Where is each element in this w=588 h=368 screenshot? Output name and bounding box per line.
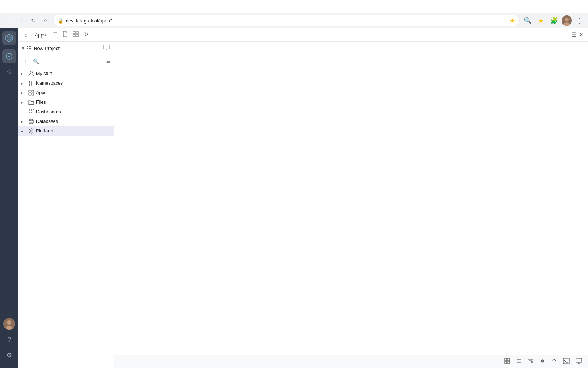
svg-rect-15 xyxy=(29,46,31,47)
svg-rect-38 xyxy=(508,361,510,364)
grid-view-bottom-btn[interactable] xyxy=(503,357,512,367)
svg-rect-18 xyxy=(104,45,110,49)
bookmark-button[interactable]: ★ xyxy=(535,15,547,26)
list-view-bottom-btn[interactable] xyxy=(514,357,523,367)
breadcrumb-separator: / xyxy=(31,32,33,38)
breadcrumb-right-actions: ☰ ✕ xyxy=(571,31,584,38)
monitor-bottom-btn[interactable] xyxy=(574,357,584,367)
grid-view-button[interactable] xyxy=(71,31,80,39)
terminal-bottom-btn[interactable] xyxy=(562,357,571,367)
tree-item-my-stuff[interactable]: ▸ My stuff xyxy=(18,69,114,78)
monitor-icon xyxy=(103,45,110,52)
svg-rect-50 xyxy=(563,358,569,364)
svg-text:{}: {} xyxy=(29,80,32,86)
svg-point-1 xyxy=(565,18,569,21)
bookmark-star-icon[interactable]: ★ xyxy=(510,17,515,24)
namespace-icon: {} xyxy=(28,80,35,86)
tab-bar xyxy=(0,0,588,13)
chevron-databases: ▸ xyxy=(21,120,26,124)
back-button[interactable]: ← xyxy=(3,15,13,26)
svg-rect-36 xyxy=(508,358,510,361)
home-button[interactable]: ⌂ xyxy=(40,15,51,26)
url-input[interactable] xyxy=(66,18,508,24)
chevron-apps: ▸ xyxy=(21,91,26,95)
sidebar-top: ☆ xyxy=(2,31,16,315)
up-button[interactable]: ↑ xyxy=(21,57,30,66)
forward-button[interactable]: → xyxy=(15,15,26,26)
hamburger-button[interactable]: ☰ xyxy=(571,31,577,38)
file-icon xyxy=(62,32,68,38)
folder-icon xyxy=(51,32,57,38)
grid-icon xyxy=(73,32,79,38)
svg-line-47 xyxy=(552,359,554,361)
svg-rect-10 xyxy=(73,32,75,34)
home-breadcrumb-button[interactable]: ⌂ xyxy=(23,31,29,39)
tree-container: ▸ My stuff ▸ xyxy=(18,67,114,368)
tree-item-dashboards[interactable]: Dashboards xyxy=(18,107,114,117)
person-icon xyxy=(28,71,35,77)
cloud-icon: ☁ xyxy=(105,58,111,64)
svg-rect-25 xyxy=(29,93,31,95)
tree-label-files: Files xyxy=(36,100,46,105)
svg-rect-12 xyxy=(73,35,75,37)
filter-bottom-btn[interactable] xyxy=(526,357,535,367)
tree-item-namespaces[interactable]: ▸ {} Namespaces xyxy=(18,78,114,88)
svg-rect-29 xyxy=(29,112,30,113)
tree-label-dashboards: Dashboards xyxy=(36,109,61,114)
refresh-icon: ↻ xyxy=(84,31,89,38)
refresh-breadcrumb-button[interactable]: ↻ xyxy=(82,31,90,39)
svg-rect-37 xyxy=(505,361,507,364)
search-button[interactable]: 🔍 xyxy=(32,57,40,66)
hamburger-icon: ☰ xyxy=(571,32,577,38)
svg-rect-16 xyxy=(27,48,28,49)
folder-tree-icon xyxy=(28,100,35,105)
breadcrumb-actions: ↻ xyxy=(49,30,90,39)
sidebar-bottom: ? ⚙ xyxy=(2,316,16,365)
search-browser-button[interactable]: 🔍 xyxy=(522,15,534,26)
open-folder-button[interactable] xyxy=(49,30,59,39)
icon-sidebar: ☆ ? ⚙ xyxy=(0,28,18,368)
svg-rect-31 xyxy=(33,109,34,110)
properties-bottom-btn[interactable] xyxy=(538,357,547,367)
svg-point-6 xyxy=(8,56,10,57)
user-avatar[interactable] xyxy=(3,318,15,330)
panel-toolbar: ↑ 🔍 ☁ xyxy=(18,55,114,67)
svg-rect-27 xyxy=(29,109,30,111)
close-panel-button[interactable]: ✕ xyxy=(579,31,584,38)
address-bar[interactable]: 🔒 ★ xyxy=(53,15,520,26)
svg-point-21 xyxy=(30,71,33,74)
close-icon: ✕ xyxy=(579,32,584,38)
chevron-platform: ▸ xyxy=(21,129,26,133)
settings-button[interactable]: ⚙ xyxy=(2,348,16,362)
extensions-button[interactable]: 🧩 xyxy=(548,15,560,26)
up-arrow-icon: ↑ xyxy=(25,59,27,64)
svg-rect-11 xyxy=(76,32,78,34)
breadcrumb-bar: ⌂ / Apps xyxy=(18,28,588,42)
tree-item-databases[interactable]: ▸ Databases xyxy=(18,117,114,126)
collapse-bottom-btn[interactable] xyxy=(550,357,559,367)
profile-button[interactable] xyxy=(562,15,572,26)
svg-rect-23 xyxy=(29,90,31,92)
new-file-button[interactable] xyxy=(61,30,69,39)
refresh-button[interactable]: ↻ xyxy=(28,15,38,26)
svg-rect-35 xyxy=(505,358,507,361)
app-layout: ☆ ? ⚙ ⌂ xyxy=(0,28,588,368)
sidebar-item-browse[interactable] xyxy=(2,49,16,63)
svg-rect-24 xyxy=(32,90,34,92)
svg-rect-14 xyxy=(27,46,28,47)
tree-item-apps[interactable]: ▸ Apps xyxy=(18,88,114,98)
sidebar-item-favorites[interactable]: ☆ xyxy=(2,65,16,79)
panel-chevron[interactable]: ▾ xyxy=(22,46,24,51)
search-input[interactable] xyxy=(42,59,104,64)
help-button[interactable]: ? xyxy=(2,333,16,347)
menu-button[interactable]: ⋮ xyxy=(573,15,585,26)
tree-item-files[interactable]: ▸ Files xyxy=(18,98,114,107)
browser-actions: 🔍 ★ 🧩 ⋮ xyxy=(522,15,585,26)
svg-point-34 xyxy=(31,130,32,132)
tree-item-platform[interactable]: ▸ Platform xyxy=(18,126,114,136)
main-content xyxy=(114,42,588,368)
datagrok-logo-button[interactable] xyxy=(2,31,16,45)
browser-chrome: ← → ↻ ⌂ 🔒 ★ 🔍 ★ 🧩 ⋮ xyxy=(0,0,588,28)
left-panel: ▾ New Project xyxy=(18,42,114,368)
tree-label-platform: Platform xyxy=(36,128,53,134)
